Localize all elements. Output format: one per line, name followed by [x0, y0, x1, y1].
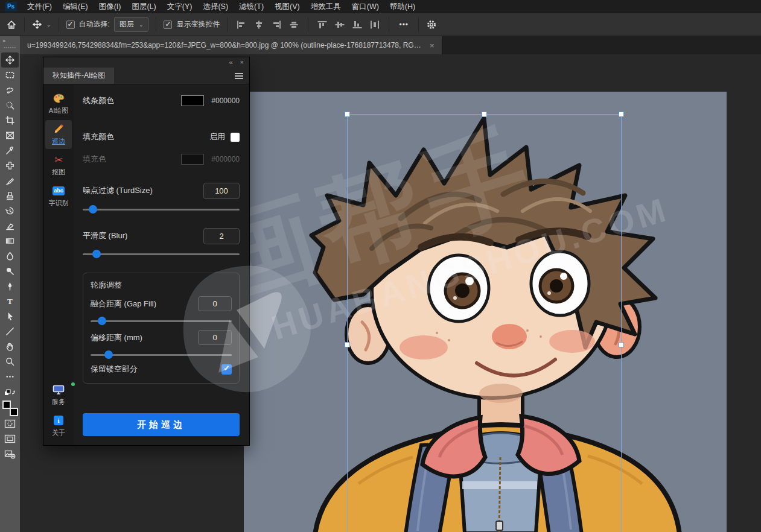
noise-input[interactable]: [203, 183, 240, 199]
more-options-icon[interactable]: •••: [396, 21, 411, 29]
menu-select[interactable]: 选择(S): [197, 0, 234, 13]
spot-healing-brush-tool[interactable]: [1, 158, 19, 173]
transform-edge-right[interactable]: [621, 114, 622, 532]
swap-colors-icon[interactable]: [1, 384, 19, 399]
menu-layer[interactable]: 图层(L): [126, 0, 161, 13]
align-edges-icon[interactable]: [287, 19, 301, 31]
panel-tab-title[interactable]: 秋知插件-AI绘图: [43, 68, 114, 84]
gradient-tool[interactable]: [1, 233, 19, 249]
fill-enable-checkbox[interactable]: [231, 133, 240, 142]
offset-slider[interactable]: [91, 350, 232, 359]
blur-tool[interactable]: [1, 249, 19, 264]
quick-selection-tool[interactable]: [1, 98, 19, 113]
chevron-down-icon[interactable]: ⌄: [46, 22, 51, 28]
show-transform-checkbox[interactable]: [164, 21, 172, 29]
panel-close-icon[interactable]: ×: [240, 57, 244, 68]
panel-collapse-icon[interactable]: «: [229, 57, 232, 68]
transform-handle-top-right[interactable]: [619, 112, 624, 117]
panel-content: 线条颜色 #000000 填充颜色 启用 填充色 #000000: [74, 84, 249, 445]
dodge-tool[interactable]: [1, 264, 19, 279]
brush-tool[interactable]: [1, 173, 19, 188]
zoom-tool[interactable]: [1, 354, 19, 369]
crop-tool[interactable]: [1, 113, 19, 128]
lasso-tool[interactable]: [1, 83, 19, 98]
gap-fill-slider-thumb[interactable]: [98, 317, 106, 325]
auto-select-value: 图层: [119, 19, 134, 30]
gap-fill-slider-track[interactable]: [91, 320, 232, 322]
gap-fill-slider[interactable]: [91, 317, 232, 325]
menu-image[interactable]: 图像(I): [94, 0, 127, 13]
keep-hollow-checkbox[interactable]: [221, 364, 232, 375]
menu-type[interactable]: 文字(Y): [162, 0, 198, 13]
menu-view[interactable]: 视图(V): [269, 0, 305, 13]
offset-input[interactable]: [198, 330, 232, 345]
menu-window[interactable]: 窗口(W): [346, 0, 384, 13]
transform-edge-left[interactable]: [347, 114, 348, 532]
start-outline-button[interactable]: 开始巡边: [83, 413, 240, 436]
align-top-icon[interactable]: [316, 19, 329, 31]
screen-mode-icon[interactable]: [1, 431, 19, 446]
nav-item-outline[interactable]: 巡边: [45, 120, 72, 149]
history-brush-tool[interactable]: [1, 203, 19, 218]
transform-handle-middle-left[interactable]: [345, 342, 350, 347]
auto-select-target-dropdown[interactable]: 图层⌄: [114, 17, 149, 32]
transform-handle-middle-right[interactable]: [619, 342, 624, 347]
hand-tool[interactable]: [1, 339, 19, 354]
auto-select-checkbox[interactable]: [66, 21, 75, 29]
foreground-background-colors[interactable]: [2, 401, 18, 416]
smooth-slider[interactable]: [83, 250, 240, 258]
distribute-icon[interactable]: [368, 19, 381, 31]
clone-stamp-tool[interactable]: [1, 188, 19, 203]
line-color-swatch[interactable]: [181, 95, 204, 106]
offset-slider-thumb[interactable]: [104, 350, 113, 359]
smooth-slider-thumb[interactable]: [92, 250, 101, 258]
path-selection-tool[interactable]: [1, 309, 19, 324]
toolbar-grip[interactable]: ••••••: [4, 45, 16, 50]
noise-slider[interactable]: [83, 205, 240, 214]
smooth-slider-track[interactable]: [83, 253, 240, 255]
home-icon[interactable]: [6, 19, 17, 30]
noise-slider-track[interactable]: [83, 209, 240, 211]
nav-item-service[interactable]: 服务: [45, 381, 72, 410]
nav-item-ai-draw[interactable]: AI绘图: [45, 89, 72, 118]
eyedropper-tool[interactable]: [1, 143, 19, 158]
move-tool-icon[interactable]: [32, 19, 42, 30]
align-right-icon[interactable]: [270, 19, 283, 31]
rectangular-marquee-tool[interactable]: [1, 68, 19, 83]
background-color-swatch[interactable]: [10, 408, 18, 416]
line-tool[interactable]: [1, 324, 19, 339]
edit-toolbar-icon[interactable]: [1, 369, 19, 384]
document-canvas[interactable]: 画帮手 HUABANGSHOU.COM: [244, 92, 727, 532]
gear-icon[interactable]: [426, 19, 437, 30]
align-left-icon[interactable]: [235, 19, 248, 31]
move-tool[interactable]: [1, 52, 19, 68]
gap-fill-input[interactable]: [198, 296, 232, 311]
nav-label-outline: 巡边: [45, 137, 72, 146]
nav-item-ocr[interactable]: abc 字识别: [45, 182, 72, 211]
menu-filter[interactable]: 滤镜(T): [234, 0, 269, 13]
close-icon[interactable]: ×: [430, 41, 435, 50]
hamburger-menu-icon[interactable]: [235, 73, 243, 79]
menu-help[interactable]: 帮助(H): [384, 0, 421, 13]
nav-item-cutout[interactable]: ✂ 抠图: [45, 151, 72, 180]
align-middle-icon[interactable]: [333, 19, 346, 31]
toolbar-collapse-icon[interactable]: »: [0, 37, 20, 45]
menu-file[interactable]: 文件(F): [22, 0, 57, 13]
eraser-tool[interactable]: [1, 218, 19, 233]
align-center-h-icon[interactable]: [252, 19, 266, 31]
noise-slider-thumb[interactable]: [89, 205, 97, 214]
smooth-input[interactable]: [203, 228, 240, 244]
frame-tool[interactable]: [1, 128, 19, 143]
nav-item-about[interactable]: i 关于: [45, 411, 72, 440]
document-tab[interactable]: u=1993499246,754298834&fm=253&app=120&f=…: [20, 36, 442, 54]
transform-handle-top-left[interactable]: [345, 112, 350, 117]
type-tool[interactable]: T: [1, 294, 19, 309]
menu-edit[interactable]: 编辑(E): [57, 0, 94, 13]
foreground-color-swatch[interactable]: [2, 401, 11, 409]
align-bottom-icon[interactable]: [351, 19, 364, 31]
share-image-icon[interactable]: [1, 446, 19, 461]
menu-plugins[interactable]: 增效工具: [305, 0, 346, 13]
transform-handle-top-center[interactable]: [482, 112, 487, 117]
quick-mask-mode-icon[interactable]: [1, 416, 19, 431]
pen-tool[interactable]: [1, 279, 19, 294]
